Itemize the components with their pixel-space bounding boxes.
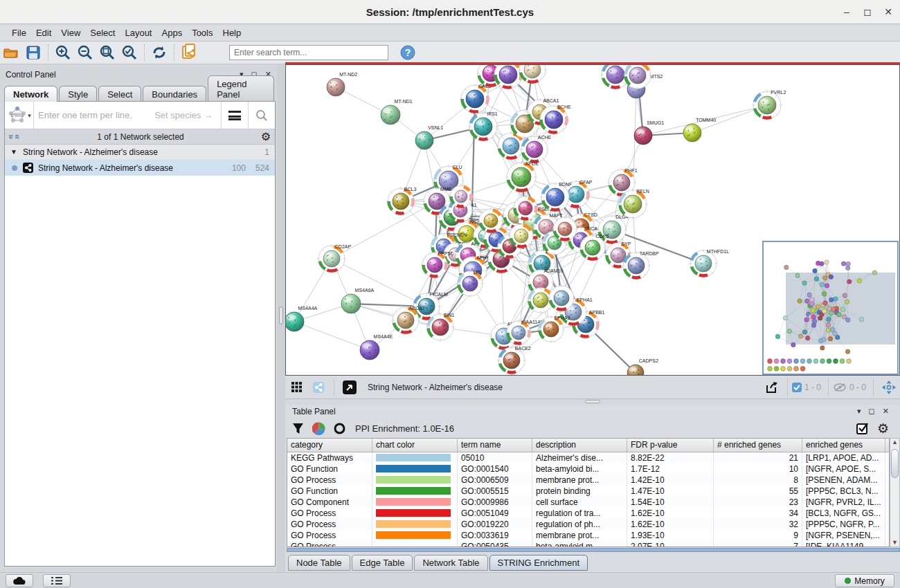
maximize-button[interactable]: ◻ bbox=[857, 0, 878, 24]
network-node-bin1[interactable]: BIN1 bbox=[426, 313, 455, 342]
search-input[interactable] bbox=[229, 45, 388, 60]
column-header[interactable]: enriched genes bbox=[802, 439, 885, 452]
table-horizontal-scrollbar[interactable] bbox=[287, 548, 900, 552]
memory-button[interactable]: Memory bbox=[835, 574, 894, 587]
network-node-tardbp[interactable]: TARDBP bbox=[622, 251, 659, 280]
tab-string-enrichment[interactable]: STRING Enrichment bbox=[489, 555, 588, 571]
set-species-label[interactable]: Set species → bbox=[154, 110, 217, 120]
network-node[interactable] bbox=[449, 184, 474, 209]
column-header[interactable]: chart color bbox=[372, 439, 458, 452]
table-row[interactable]: GO ProcessGO:0050435beta-amyloid m...2.0… bbox=[287, 541, 889, 547]
network-node-gab2[interactable]: GAB2 bbox=[460, 84, 492, 114]
close-button[interactable]: ✕ bbox=[878, 0, 899, 24]
tab-legend-panel[interactable]: Legend Panel bbox=[208, 75, 274, 102]
close-panel-icon[interactable]: ✕ bbox=[883, 407, 889, 415]
network-node-ache[interactable]: ACHE bbox=[520, 135, 552, 164]
network-node-smug1[interactable]: SMUG1 bbox=[634, 120, 664, 145]
float-panel-icon[interactable]: ◻ bbox=[869, 407, 875, 415]
menu-edit[interactable]: Edit bbox=[31, 26, 56, 39]
ring-chart-icon[interactable] bbox=[334, 423, 345, 434]
column-header[interactable]: FDR p-value bbox=[627, 439, 714, 452]
network-node-pvrl2[interactable]: PVRL2 bbox=[752, 90, 786, 120]
pan-navigation-icon[interactable] bbox=[878, 378, 900, 397]
network-node-mt-nd2[interactable]: MT-ND2 bbox=[327, 72, 357, 96]
table-row[interactable]: GO FunctionGO:0001540beta-amyloid bi...1… bbox=[287, 463, 889, 475]
network-node-irs1[interactable]: IRS1 bbox=[468, 111, 498, 142]
menu-tools[interactable]: Tools bbox=[187, 26, 217, 39]
network-node-lpl[interactable]: LPL bbox=[456, 270, 484, 297]
help-icon[interactable]: ? bbox=[397, 43, 419, 62]
zoom-selected-icon[interactable] bbox=[118, 43, 141, 62]
minimize-button[interactable]: – bbox=[836, 0, 857, 24]
collapse-all-icon[interactable]: « bbox=[12, 134, 23, 139]
string-search-icon[interactable] bbox=[255, 109, 268, 122]
annotation-mode-icon[interactable] bbox=[339, 378, 361, 397]
table-row[interactable]: GO ProcessGO:0019220regulation of ph...1… bbox=[287, 519, 889, 530]
network-node-apoe[interactable]: APOE bbox=[505, 161, 539, 193]
tab-edge-table[interactable]: Edge Table bbox=[352, 555, 413, 571]
column-header[interactable]: term name bbox=[458, 439, 532, 452]
menu-layout[interactable]: Layout bbox=[120, 26, 156, 39]
menu-select[interactable]: Select bbox=[85, 26, 120, 39]
table-row[interactable]: KEGG Pathways05010Alzheimer's dise...8.8… bbox=[287, 452, 889, 463]
tab-node-table[interactable]: Node Table bbox=[288, 555, 350, 571]
menu-file[interactable]: File bbox=[7, 26, 31, 39]
network-node[interactable] bbox=[508, 223, 534, 249]
scrollbar-thumb[interactable] bbox=[891, 449, 899, 478]
network-options-gear-icon[interactable]: ⚙ bbox=[261, 131, 271, 143]
save-icon[interactable] bbox=[22, 43, 44, 62]
table-row[interactable]: GO FunctionGO:0005515protein binding1.47… bbox=[287, 486, 889, 497]
export-network-icon[interactable] bbox=[178, 43, 200, 62]
scroll-down-icon[interactable]: ▼ bbox=[890, 539, 899, 546]
network-node[interactable] bbox=[478, 208, 504, 234]
network-node[interactable] bbox=[623, 65, 652, 90]
network-node-cadps2[interactable]: CADPS2 bbox=[627, 358, 658, 375]
table-splitter-handle[interactable] bbox=[585, 400, 600, 403]
network-node[interactable] bbox=[548, 284, 575, 312]
select-columns-icon[interactable] bbox=[856, 422, 869, 434]
menu-apps[interactable]: Apps bbox=[157, 26, 188, 39]
string-options-menu-icon[interactable] bbox=[228, 111, 241, 120]
network-node-bace2[interactable]: BACE2 bbox=[497, 346, 531, 375]
table-row[interactable]: GO ProcessGO:0033619membrane prot...1.93… bbox=[287, 530, 889, 541]
network-node[interactable] bbox=[552, 216, 578, 242]
grid-view-icon[interactable] bbox=[285, 378, 307, 397]
table-row[interactable]: GO ComponentGO:0009986cell surface1.54E-… bbox=[287, 497, 889, 508]
tab-select[interactable]: Select bbox=[98, 86, 141, 102]
open-folder-icon[interactable] bbox=[0, 43, 22, 62]
network-node[interactable] bbox=[518, 65, 547, 84]
string-query-input[interactable]: Enter one term per line. Set species → bbox=[34, 110, 221, 120]
task-history-button[interactable] bbox=[43, 574, 71, 587]
network-navigator[interactable] bbox=[762, 241, 899, 375]
network-node[interactable] bbox=[512, 195, 539, 221]
string-protein-query-dropdown[interactable]: STRING ▾ bbox=[5, 102, 34, 129]
network-node-mt-nd1[interactable]: MT-ND1 bbox=[381, 99, 413, 125]
network-node-reln[interactable]: RELN bbox=[618, 189, 649, 219]
network-node-ppp5c[interactable]: PPP5C bbox=[421, 251, 453, 279]
network-node-cd2ap[interactable]: CD2AP bbox=[317, 244, 351, 273]
network-node-ms4a4a[interactable]: MS4A4A bbox=[286, 306, 318, 331]
collapse-triangle-icon[interactable]: ▼ bbox=[10, 148, 17, 156]
network-node-mthfd1l[interactable]: MTHFD1L bbox=[689, 249, 729, 278]
column-header[interactable]: category bbox=[287, 439, 372, 452]
share-network-icon[interactable] bbox=[307, 378, 330, 397]
zoom-fit-icon[interactable] bbox=[96, 43, 118, 62]
network-collection-row[interactable]: ▼ String Network - Alzheimer's disease 1 bbox=[5, 145, 275, 160]
menu-view[interactable]: View bbox=[56, 26, 85, 39]
network-node-bdnf[interactable]: BDNF bbox=[540, 182, 572, 212]
table-settings-gear-icon[interactable]: ⚙ bbox=[877, 422, 889, 435]
panel-menu-icon[interactable]: ▾ bbox=[857, 407, 861, 415]
network-node-tomm40[interactable]: TOMM40 bbox=[683, 118, 716, 142]
tab-network-table[interactable]: Network Table bbox=[414, 555, 487, 571]
column-header[interactable]: # enriched genes bbox=[714, 439, 802, 452]
network-node-kiaa1149[interactable]: KIAA1149 bbox=[505, 320, 543, 346]
table-row[interactable]: GO ProcessGO:0006509membrane prot...1.42… bbox=[287, 475, 889, 486]
tab-boundaries[interactable]: Boundaries bbox=[143, 86, 206, 102]
tab-network[interactable]: Network bbox=[4, 86, 57, 102]
table-row[interactable]: GO ProcessGO:0051049regulation of tra...… bbox=[287, 508, 889, 519]
column-header[interactable]: description bbox=[532, 439, 627, 452]
zoom-out-icon[interactable] bbox=[74, 43, 96, 62]
export-view-icon[interactable] bbox=[761, 378, 783, 397]
table-vertical-scrollbar[interactable]: ▲ ▼ bbox=[890, 438, 900, 547]
filter-funnel-icon[interactable] bbox=[292, 423, 304, 434]
